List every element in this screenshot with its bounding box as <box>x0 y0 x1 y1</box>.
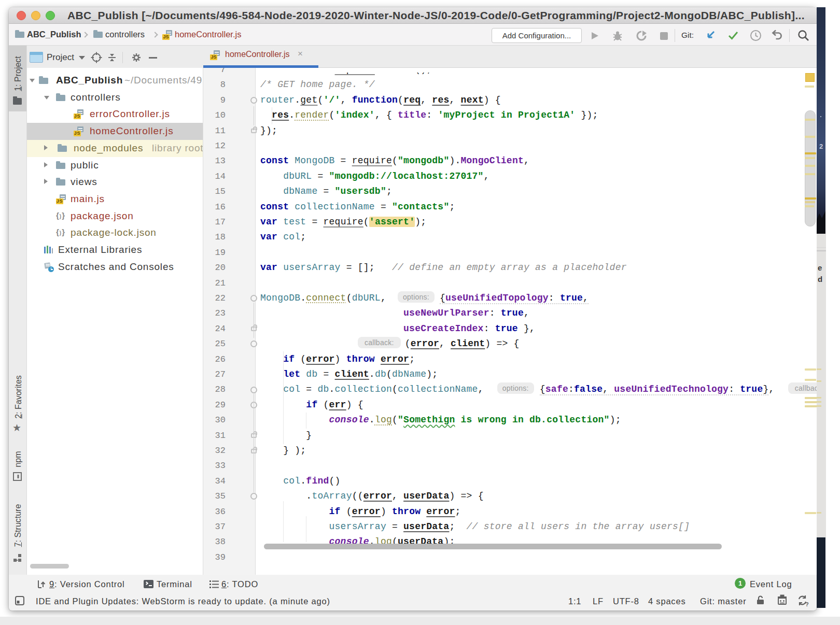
svg-text:?: ? <box>805 601 809 607</box>
